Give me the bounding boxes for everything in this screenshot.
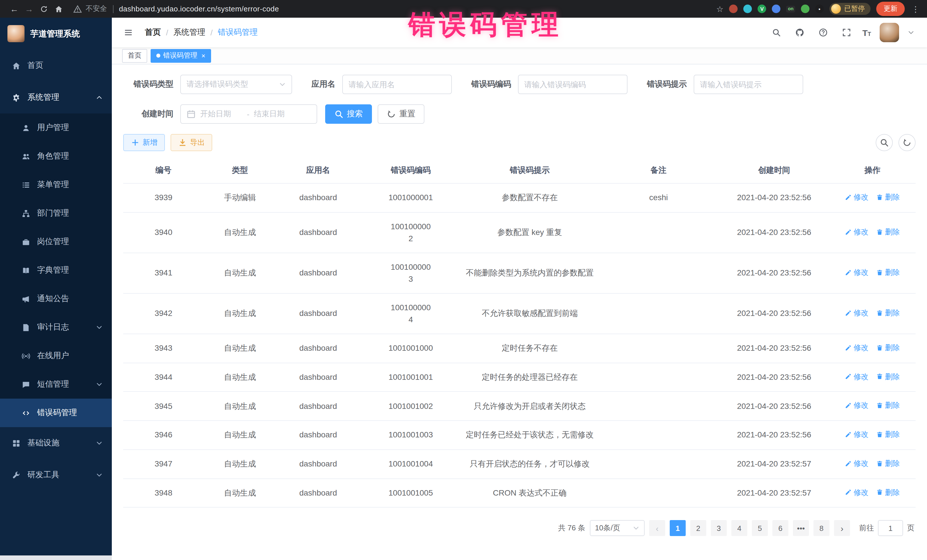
- profile-chip[interactable]: 已暂停: [830, 3, 871, 15]
- edit-link[interactable]: 修改: [845, 429, 869, 440]
- extension-icon-green-v[interactable]: V: [758, 5, 766, 13]
- sidebar-item-menu[interactable]: 菜单管理: [0, 170, 112, 199]
- toggle-search-button[interactable]: [876, 134, 893, 151]
- tab-error-code[interactable]: 错误码管理×: [150, 49, 211, 62]
- browser-home-button[interactable]: [51, 2, 66, 16]
- edit-link[interactable]: 修改: [845, 191, 869, 203]
- sidebar-item-infra[interactable]: 基础设施: [0, 427, 112, 459]
- edit-link[interactable]: 修改: [845, 487, 869, 498]
- sidebar-item-home[interactable]: 首页: [0, 50, 112, 82]
- app-logo[interactable]: 芋道管理系统: [0, 18, 112, 50]
- screen: ← → 不安全 dashboard.yudao.iocoder.cn/syste…: [0, 0, 927, 560]
- sidebar-item-errorcode[interactable]: 错误码管理: [0, 399, 112, 427]
- sidebar-item-user[interactable]: 用户管理: [0, 114, 112, 142]
- delete-link[interactable]: 删除: [877, 400, 900, 411]
- reset-button[interactable]: 重置: [378, 104, 424, 124]
- help-icon[interactable]: [816, 25, 830, 40]
- delete-link[interactable]: 删除: [877, 429, 900, 440]
- delete-link[interactable]: 删除: [877, 371, 900, 382]
- page-button-2[interactable]: 2: [690, 521, 706, 536]
- app-name-input[interactable]: [342, 75, 452, 94]
- page-button-4[interactable]: 4: [731, 521, 747, 536]
- cell-code: 1001000004: [360, 293, 462, 334]
- search-button[interactable]: 搜索: [325, 104, 372, 124]
- sidebar-item-dept[interactable]: 部门管理: [0, 199, 112, 228]
- edit-link[interactable]: 修改: [845, 400, 869, 411]
- breadcrumb-item[interactable]: 首页: [145, 27, 161, 38]
- page-button-6[interactable]: 6: [772, 521, 789, 536]
- more-pages-button[interactable]: •••: [793, 521, 809, 536]
- delete-link[interactable]: 删除: [877, 487, 900, 498]
- goto-page-input[interactable]: [878, 521, 903, 536]
- github-icon[interactable]: [792, 25, 807, 40]
- sidebar-menu: 首页系统管理用户管理角色管理菜单管理部门管理岗位管理字典管理通知公告审计日志在线…: [0, 50, 112, 555]
- fullscreen-icon[interactable]: [839, 25, 854, 40]
- column-header-5: 备注: [598, 158, 719, 183]
- sidebar-item-devtools[interactable]: 研发工具: [0, 459, 112, 491]
- extension-icon-leaf[interactable]: [801, 5, 810, 13]
- edit-link[interactable]: 修改: [845, 458, 869, 469]
- sidebar-item-role[interactable]: 角色管理: [0, 142, 112, 170]
- sidebar-toggle-button[interactable]: [119, 23, 138, 42]
- extension-icon-teal[interactable]: [743, 5, 752, 13]
- tab-home[interactable]: 首页: [122, 49, 147, 62]
- delete-link[interactable]: 删除: [877, 226, 900, 238]
- error-code-input[interactable]: [518, 75, 628, 94]
- delete-link[interactable]: 删除: [877, 307, 900, 319]
- sidebar-item-post[interactable]: 岗位管理: [0, 228, 112, 256]
- bookmark-star-icon[interactable]: ☆: [716, 4, 723, 14]
- browser-update-button[interactable]: 更新: [876, 2, 905, 16]
- prev-page-button[interactable]: ‹: [649, 521, 665, 536]
- edit-pencil-icon: [845, 460, 852, 467]
- sidebar-item-online[interactable]: 在线用户: [0, 341, 112, 370]
- delete-link[interactable]: 删除: [877, 267, 900, 278]
- refresh-table-button[interactable]: [898, 134, 916, 151]
- breadcrumb-item[interactable]: 系统管理: [173, 27, 205, 38]
- search-icon[interactable]: [769, 25, 784, 40]
- sidebar-item-notice[interactable]: 通知公告: [0, 285, 112, 313]
- sidebar-item-dict[interactable]: 字典管理: [0, 256, 112, 285]
- sidebar-item-label: 短信管理: [37, 379, 69, 390]
- delete-link[interactable]: 删除: [877, 191, 900, 203]
- delete-link[interactable]: 删除: [877, 458, 900, 469]
- browser-back-button[interactable]: ←: [7, 2, 22, 16]
- delete-link[interactable]: 删除: [877, 342, 900, 353]
- cell-remark: [598, 363, 719, 392]
- font-size-icon[interactable]: TT: [862, 28, 871, 37]
- page-button-5[interactable]: 5: [752, 521, 768, 536]
- table-row: 3942自动生成dashboard1001000004不允许获取敏感配置到前端2…: [123, 293, 916, 334]
- extension-icon-blue[interactable]: [772, 5, 780, 13]
- browser-reload-button[interactable]: [36, 2, 51, 16]
- edit-link[interactable]: 修改: [845, 371, 869, 382]
- close-icon[interactable]: ×: [201, 52, 205, 59]
- page-button-1[interactable]: 1: [670, 521, 686, 536]
- extension-icon-on-badge[interactable]: on: [786, 5, 795, 12]
- create-time-range-picker[interactable]: 开始日期 - 结束日期: [180, 104, 317, 124]
- next-page-button[interactable]: ›: [834, 521, 850, 536]
- error-hint-input[interactable]: [694, 75, 803, 94]
- export-button[interactable]: 导出: [170, 134, 212, 151]
- user-avatar[interactable]: [880, 23, 899, 42]
- browser-menu-button[interactable]: ⋮: [912, 4, 920, 14]
- tree-icon: [22, 209, 30, 217]
- page-button-3[interactable]: 3: [711, 521, 727, 536]
- extension-icon-pin[interactable]: •: [815, 5, 824, 13]
- avatar-caret-down-icon[interactable]: [907, 29, 915, 36]
- edit-link[interactable]: 修改: [845, 267, 869, 278]
- add-button[interactable]: 新增: [123, 134, 165, 151]
- edit-link[interactable]: 修改: [845, 342, 869, 353]
- edit-link[interactable]: 修改: [845, 226, 869, 238]
- breadcrumb-item[interactable]: 错误码管理: [218, 27, 258, 38]
- error-type-select[interactable]: 请选择错误码类型: [180, 75, 292, 94]
- sidebar-item-system[interactable]: 系统管理: [0, 82, 112, 114]
- sidebar-item-sms[interactable]: 短信管理: [0, 370, 112, 399]
- address-url[interactable]: dashboard.yudao.iocoder.cn/system/error-…: [119, 5, 279, 13]
- pagination: 共 76 条 10条/页 ‹ 123456•••8 › 前往 页: [125, 521, 915, 552]
- browser-forward-button[interactable]: →: [22, 2, 36, 16]
- security-indicator[interactable]: 不安全: [73, 4, 107, 14]
- extension-icon-red[interactable]: [729, 5, 738, 13]
- sidebar-item-audit[interactable]: 审计日志: [0, 313, 112, 341]
- page-button-8[interactable]: 8: [813, 521, 830, 536]
- edit-link[interactable]: 修改: [845, 307, 869, 319]
- page-size-select[interactable]: 10条/页: [590, 521, 644, 536]
